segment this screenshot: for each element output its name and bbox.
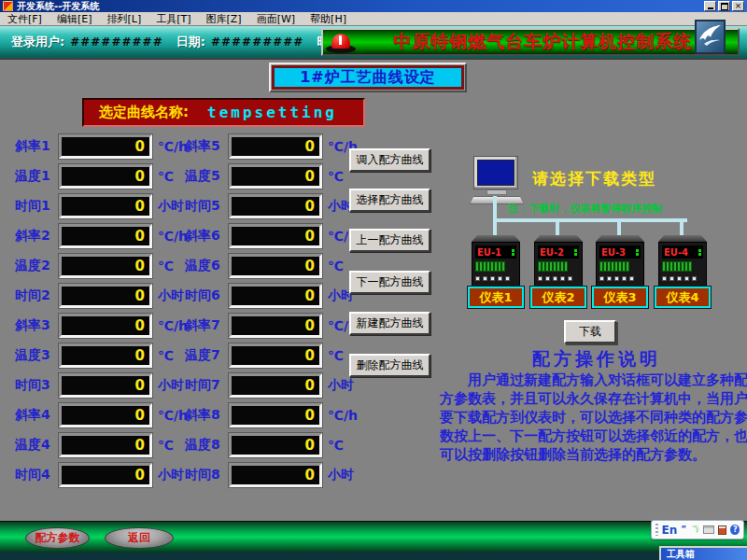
menu-item-3[interactable]: 工具[T] [156,12,190,26]
param-value-field[interactable]: 0 [229,433,322,457]
param-label: 时间1 [15,198,59,215]
param-row: 斜率70℃/h [185,314,358,338]
param-label: 斜率5 [185,138,229,155]
keyboard-icon[interactable] [703,525,714,534]
param-value-field[interactable]: 0 [229,164,322,189]
param-row: 斜率30℃/h [15,314,188,338]
close-button[interactable]: × [732,1,744,11]
param-label: 时间5 [185,198,229,215]
param-value: 0 [135,347,145,364]
param-value-field[interactable]: 0 [59,224,152,248]
toolbox-titlebar[interactable]: 工具箱 [661,548,747,560]
param-value-field[interactable]: 0 [59,403,152,427]
param-value-field[interactable]: 0 [229,463,322,487]
grip-icon[interactable] [655,524,658,536]
menu-item-4[interactable]: 图库[Z] [206,12,242,26]
recipe-button-0[interactable]: 调入配方曲线 [349,148,430,172]
menu-item-1[interactable]: 编辑[E] [57,12,92,26]
toolbox-window: 工具箱 [659,546,747,560]
ime-mode-icon[interactable]: ☽ [688,523,701,537]
param-value-field[interactable]: 0 [59,254,152,278]
param-value-field[interactable]: 0 [229,284,322,308]
menu-item-2[interactable]: 排列[L] [106,12,141,26]
recipe-button-3[interactable]: 下一配方曲线 [349,271,430,294]
param-value-field[interactable]: 0 [59,343,152,368]
download-button[interactable]: 下载 [564,320,616,343]
param-value-field[interactable]: 0 [229,403,322,427]
param-label: 时间2 [15,287,59,304]
param-label: 时间7 [185,377,229,394]
page-title: 1#炉工艺曲线设定 [300,68,436,88]
instrument-button-4[interactable]: 仪表4 [655,287,711,308]
param-value: 0 [305,168,315,185]
softkeyboard-icon[interactable] [718,525,727,535]
help-icon[interactable]: ? [730,525,740,535]
param-label: 斜率1 [15,138,59,155]
language-bar[interactable]: En ” ☽ ? [651,520,744,539]
recipe-button-2[interactable]: 上一配方曲线 [349,229,430,252]
system-banner-title: 中原特钢燃气台车炉计算机控制系统 [369,30,692,54]
param-row: 温度20℃ [15,254,188,278]
param-value: 0 [135,437,145,454]
recipe-button-1[interactable]: 选择配方曲线 [349,189,430,212]
param-value-field[interactable]: 0 [59,463,152,487]
language-indicator[interactable]: En [662,524,678,537]
recipe-button-5[interactable]: 删除配方曲线 [349,354,430,377]
instrument-top [472,235,520,242]
param-value-field[interactable]: 0 [229,343,322,368]
company-logo-icon [695,20,726,54]
ime-marks-icon[interactable]: ” [681,525,686,534]
instructions-body: 用户通过新建配方输入对话框可以建立多种配方参数表，并且可以永久保存在计算机中，当… [440,371,747,464]
param-label: 时间8 [185,467,229,483]
recipe-button-4[interactable]: 新建配方曲线 [349,312,430,335]
login-user-label: 登录用户: [11,34,64,50]
system-banner: 中原特钢燃气台车炉计算机控制系统 [321,28,740,56]
minimize-button[interactable] [704,1,716,11]
instrument-button-2[interactable]: 仪表2 [530,287,586,308]
menu-item-0[interactable]: 文件[F] [7,12,42,26]
param-label: 温度5 [185,168,229,185]
instrument-display: EU-3 [601,247,626,258]
param-value: 0 [135,198,145,215]
param-value-field[interactable]: 0 [59,194,152,218]
instrument-button-1[interactable]: 仪表1 [468,287,524,308]
computer-icon [470,156,524,204]
param-value-field[interactable]: 0 [229,194,322,218]
param-value-field[interactable]: 0 [59,314,152,338]
param-value-field[interactable]: 0 [59,373,152,398]
instrument-button-3[interactable]: 仪表3 [592,287,648,308]
menu-item-5[interactable]: 画面[W] [257,12,295,26]
param-unit: ℃ [328,348,344,363]
header-bar: 登录用户: ######### 日期: ######### 时间: ######… [0,26,747,58]
param-value-field[interactable]: 0 [59,433,152,457]
param-unit: ℃ [328,438,344,453]
instrument-display: EU-2 [540,247,564,258]
param-value: 0 [135,317,145,334]
back-button[interactable]: 返回 [105,527,174,549]
recipe-params-button[interactable]: 配方参数 [25,527,90,549]
bottom-strip [0,553,747,560]
param-value-field[interactable]: 0 [59,134,152,159]
param-label: 时间6 [185,287,229,304]
curve-name-label: 选定曲线名称: [99,104,189,121]
window-titlebar: 开发系统--开发系统 × [0,0,747,12]
menu-item-6[interactable]: 帮助[H] [310,12,346,26]
param-row: 温度10℃ [15,164,188,189]
param-row: 斜率50℃/h [185,134,358,159]
param-value: 0 [135,377,145,394]
param-value-field[interactable]: 0 [229,373,322,398]
restore-button[interactable] [718,1,730,11]
param-value-field[interactable]: 0 [229,134,322,159]
alarm-beacon-icon [326,34,356,53]
param-unit: ℃ [158,259,174,273]
param-value-field[interactable]: 0 [59,164,152,189]
instrument-top [658,235,707,242]
param-value: 0 [305,317,315,334]
param-value-field[interactable]: 0 [229,224,322,248]
param-unit: ℃/h [158,139,188,154]
main-panel: 1#炉工艺曲线设定 选定曲线名称: tempsetting 斜率10℃/h温度1… [0,58,747,521]
param-value-field[interactable]: 0 [59,284,152,308]
param-label: 温度8 [185,437,229,454]
param-value-field[interactable]: 0 [229,314,322,338]
param-value-field[interactable]: 0 [229,254,322,278]
